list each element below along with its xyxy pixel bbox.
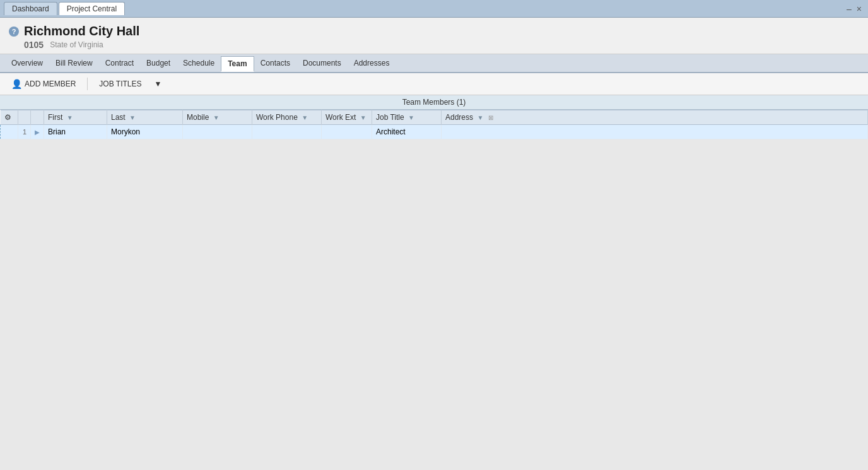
project-state: State of Virginia [50,40,103,49]
col-header-workext[interactable]: Work Ext ▼ [322,110,372,125]
project-meta: 0105 State of Virginia [24,40,859,50]
cell-expand[interactable]: ▶ [31,125,44,139]
col-header-rownum [18,110,31,125]
add-member-label: ADD MEMBER [25,79,76,88]
col-first-label: First [48,113,62,122]
team-members-table: ⚙ First ▼ Last ▼ Mobile ▼ Work Phone [0,110,868,139]
tab-overview[interactable]: Overview [5,56,49,70]
nav-tabs: Overview Bill Review Contract Budget Sch… [0,54,868,73]
tab-documents[interactable]: Documents [296,56,348,70]
col-header-first[interactable]: First ▼ [44,110,107,125]
col-header-mobile[interactable]: Mobile ▼ [183,110,252,125]
filter-last-icon[interactable]: ▼ [129,114,136,121]
tab-contacts[interactable]: Contacts [254,56,296,70]
col-jobtitle-label: Job Title [376,113,404,122]
cell-workext [322,125,372,139]
toolbar: 👤 ADD MEMBER JOB TITLES ▼ [0,73,868,95]
col-header-settings[interactable]: ⚙ [1,110,18,125]
settings-icon: ⚙ [4,113,11,122]
tab-dashboard[interactable]: Dashboard [4,2,57,15]
filter-workphone-icon[interactable]: ▼ [302,114,308,121]
dropdown-arrow-icon: ▼ [154,79,161,88]
project-number: 0105 [24,40,44,50]
col-header-expand [31,110,44,125]
job-titles-button[interactable]: JOB TITLES [94,78,146,90]
tab-schedule[interactable]: Schedule [177,56,221,70]
col-header-workphone[interactable]: Work Phone ▼ [252,110,322,125]
project-header: ? Richmond City Hall 0105 State of Virgi… [0,18,868,54]
tab-bill-review[interactable]: Bill Review [49,56,99,70]
col-address-label: Address [445,113,473,122]
col-last-label: Last [111,113,126,122]
tab-project-central[interactable]: Project Central [59,2,125,15]
tab-team[interactable]: Team [221,56,254,72]
cell-address [442,125,868,139]
table-section-title: Team Members (1) [0,95,868,110]
person-icon: 👤 [11,79,22,89]
filter-jobtitle-icon[interactable]: ▼ [408,114,414,121]
cell-settings [1,125,18,139]
project-title: Richmond City Hall [24,24,139,38]
col-workphone-label: Work Phone [256,113,298,122]
tab-contract[interactable]: Contract [99,56,140,70]
close-button[interactable]: × [854,4,864,14]
filter-address-icon[interactable]: ▼ [477,114,483,121]
toolbar-divider [87,78,88,90]
cell-mobile [183,125,252,139]
job-titles-dropdown[interactable]: ▼ [150,78,165,90]
job-titles-label: JOB TITLES [99,79,141,88]
filter-first-icon[interactable]: ▼ [67,114,73,121]
col-header-address[interactable]: Address ▼ ⊠ [442,110,868,125]
title-bar: Dashboard Project Central – × [0,0,868,18]
col-header-last[interactable]: Last ▼ [107,110,183,125]
cell-rownum: 1 [18,125,31,139]
main-content-area [0,139,868,442]
tab-addresses[interactable]: Addresses [348,56,396,70]
tab-budget[interactable]: Budget [140,56,177,70]
cell-last: Morykon [107,125,183,139]
table-section: Team Members (1) ⚙ First ▼ Last ▼ Mobile [0,95,868,139]
col-header-jobtitle[interactable]: Job Title ▼ [372,110,442,125]
minimize-button[interactable]: – [844,4,854,14]
clear-filter-icon[interactable]: ⊠ [488,114,493,121]
table-header-row: ⚙ First ▼ Last ▼ Mobile ▼ Work Phone [1,110,868,125]
filter-mobile-icon[interactable]: ▼ [213,114,220,121]
col-mobile-label: Mobile [187,113,209,122]
cell-workphone [252,125,322,139]
add-member-button[interactable]: 👤 ADD MEMBER [6,77,81,91]
filter-workext-icon[interactable]: ▼ [360,114,367,121]
cell-first: Brian [44,125,107,139]
table-row[interactable]: 1 ▶ Brian Morykon Architect [1,125,868,139]
help-icon[interactable]: ? [9,26,19,37]
cell-jobtitle: Architect [372,125,442,139]
expand-row-icon[interactable]: ▶ [35,129,40,136]
col-workext-label: Work Ext [326,113,356,122]
